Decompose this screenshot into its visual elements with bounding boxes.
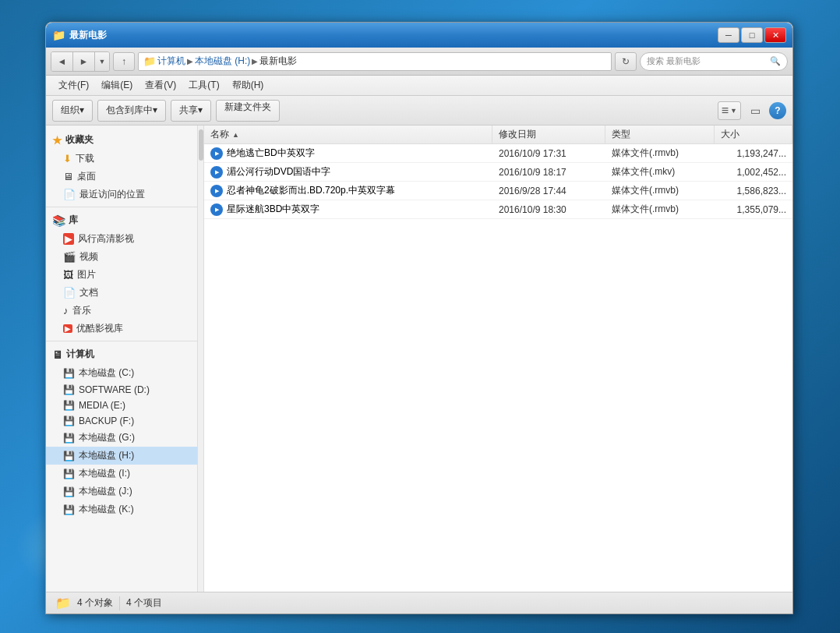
music-icon: ♪	[63, 305, 69, 316]
forward-button[interactable]: ►	[73, 52, 95, 71]
sidebar-item-desktop[interactable]: 🖥 桌面	[46, 168, 197, 186]
desktop-icon: 🖥	[63, 171, 73, 182]
breadcrumb-computer[interactable]: 计算机	[157, 55, 185, 68]
folder-icon-small: 📁	[143, 55, 156, 67]
breadcrumb-current[interactable]: 最新电影	[259, 55, 297, 68]
title-bar-buttons: ─ □ ✕	[718, 27, 786, 43]
organize-button[interactable]: 组织▾	[52, 100, 93, 122]
drive-k-icon: 💾	[63, 504, 75, 515]
drive-g-icon: 💾	[63, 433, 75, 444]
status-divider	[119, 596, 120, 610]
sidebar-library-header[interactable]: 📚 库	[46, 210, 197, 230]
file-name-0: 绝地逃亡BD中英双字	[204, 147, 492, 160]
media-icon-1	[210, 166, 223, 179]
title-bar-text: 最新电影	[69, 29, 718, 42]
download-icon: ⬇	[63, 153, 72, 164]
minimize-button[interactable]: ─	[718, 27, 739, 43]
table-row[interactable]: 忍者神龟2破影而出.BD.720p.中英双字幕 2016/9/28 17:44 …	[204, 182, 792, 200]
search-placeholder: 搜索 最新电影	[647, 55, 767, 67]
file-size-3: 1,355,079...	[715, 204, 792, 215]
maximize-button[interactable]: □	[741, 27, 763, 43]
sidebar-item-drive-g[interactable]: 💾 本地磁盘 (G:)	[46, 429, 197, 447]
file-size-1: 1,002,452...	[715, 167, 792, 178]
status-folder-icon: 📁	[55, 596, 71, 610]
sidebar-scrollbar-thumb[interactable]	[199, 129, 203, 161]
address-bar: ◄ ► ▼ ↑ 📁 计算机 ▶ 本地磁盘 (H:) ▶ 最新电影 ↻ 搜索 最新…	[46, 48, 792, 76]
menu-view[interactable]: 查看(V)	[139, 77, 182, 94]
explorer-window: 📁 最新电影 ─ □ ✕ ◄ ► ▼ ↑ 📁 计算机 ▶ 本地磁盘 (H:) ▶…	[45, 22, 793, 614]
sidebar-favorites-header[interactable]: ★ 收藏夹	[46, 130, 197, 150]
back-button[interactable]: ◄	[51, 52, 73, 71]
sidebar-scrollbar[interactable]	[198, 126, 204, 592]
file-name-3: 星际迷航3BD中英双字	[204, 203, 492, 216]
help-button[interactable]: ?	[769, 102, 786, 119]
recent-icon: 📄	[63, 189, 76, 200]
col-header-type[interactable]: 类型	[605, 126, 715, 143]
recent-button[interactable]: ▼	[95, 52, 109, 71]
sidebar-item-video[interactable]: 🎬 视频	[46, 248, 197, 266]
star-icon: ★	[52, 134, 62, 147]
file-type-3: 媒体文件(.rmvb)	[605, 203, 715, 216]
documents-icon: 📄	[63, 287, 76, 299]
library-folder-icon: 📚	[52, 214, 65, 227]
breadcrumb-drive[interactable]: 本地磁盘 (H:)	[195, 55, 250, 68]
file-date-2: 2016/9/28 17:44	[492, 186, 605, 196]
media-icon-2	[210, 185, 223, 197]
toolbar: 组织▾ 包含到库中▾ 共享▾ 新建文件夹 ≡ ▼ ▭ ?	[46, 96, 792, 126]
sidebar-item-drive-j[interactable]: 💾 本地磁盘 (J:)	[46, 483, 197, 500]
menu-edit[interactable]: 编辑(E)	[95, 77, 139, 94]
up-button[interactable]: ↑	[113, 52, 135, 71]
file-list: 绝地逃亡BD中英双字 2016/10/9 17:31 媒体文件(.rmvb) 1…	[204, 144, 792, 592]
menu-file[interactable]: 文件(F)	[52, 77, 95, 94]
menu-tools[interactable]: 工具(T)	[182, 77, 225, 94]
table-row[interactable]: 绝地逃亡BD中英双字 2016/10/9 17:31 媒体文件(.rmvb) 1…	[204, 144, 792, 163]
file-size-0: 1,193,247...	[715, 148, 792, 159]
file-size-2: 1,586,823...	[715, 186, 792, 196]
drive-h-icon: 💾	[63, 451, 75, 461]
sidebar-item-recent[interactable]: 📄 最近访问的位置	[46, 186, 197, 203]
sidebar-item-drive-k[interactable]: 💾 本地磁盘 (K:)	[46, 500, 197, 518]
sidebar-item-drive-f[interactable]: 💾 BACKUP (F:)	[46, 413, 197, 429]
sidebar-item-drive-h[interactable]: 💾 本地磁盘 (H:)	[46, 447, 197, 465]
status-bar: 📁 4 个对象 4 个项目	[46, 592, 792, 614]
sidebar-item-drive-e[interactable]: 💾 MEDIA (E:)	[46, 398, 197, 413]
col-header-name[interactable]: 名称 ▲	[204, 126, 492, 143]
sidebar-item-drive-d[interactable]: 💾 SOFTWARE (D:)	[46, 382, 197, 398]
sidebar-item-music[interactable]: ♪ 音乐	[46, 302, 197, 320]
preview-pane-button[interactable]: ▭	[744, 101, 766, 120]
pictures-icon: 🖼	[63, 269, 73, 281]
view-icon: ≡	[722, 104, 729, 118]
view-arrow: ▼	[730, 107, 737, 115]
col-header-size[interactable]: 大小	[715, 126, 792, 143]
sidebar-item-download[interactable]: ⬇ 下载	[46, 150, 197, 168]
video-icon: 🎬	[63, 251, 76, 263]
sidebar-item-drive-i[interactable]: 💾 本地磁盘 (I:)	[46, 465, 197, 483]
table-row[interactable]: 湄公河行动DVD国语中字 2016/10/9 18:17 媒体文件(.mkv) …	[204, 163, 792, 182]
sidebar-item-pictures[interactable]: 🖼 图片	[46, 266, 197, 284]
file-list-area: 名称 ▲ 修改日期 类型 大小 绝地逃亡BD中英双字	[204, 126, 792, 592]
sidebar-item-documents[interactable]: 📄 文档	[46, 284, 197, 302]
include-in-library-button[interactable]: 包含到库中▾	[97, 100, 166, 122]
breadcrumb-bar: 📁 计算机 ▶ 本地磁盘 (H:) ▶ 最新电影	[138, 52, 612, 71]
share-button[interactable]: 共享▾	[171, 100, 211, 122]
sidebar-computer-header[interactable]: 🖥 计算机	[46, 345, 197, 364]
media-icon-3	[210, 203, 223, 216]
column-headers: 名称 ▲ 修改日期 类型 大小	[204, 126, 792, 144]
col-header-date[interactable]: 修改日期	[492, 126, 605, 143]
view-options-button[interactable]: ≡ ▼	[718, 101, 741, 120]
menu-help[interactable]: 帮助(H)	[226, 77, 270, 94]
fengxing-icon: ▶	[63, 233, 74, 245]
sidebar-item-youku[interactable]: ▶ 优酷影视库	[46, 320, 197, 338]
sidebar: ★ 收藏夹 ⬇ 下载 🖥 桌面 📄 最近访问的位置	[46, 126, 198, 592]
sidebar-item-drive-c[interactable]: 💾 本地磁盘 (C:)	[46, 364, 197, 382]
nav-buttons: ◄ ► ▼	[51, 51, 110, 72]
sidebar-item-fengxing[interactable]: ▶ 风行高清影视	[46, 230, 197, 248]
file-type-1: 媒体文件(.mkv)	[605, 165, 715, 179]
youku-icon: ▶	[63, 324, 72, 333]
drive-i-icon: 💾	[63, 469, 75, 479]
close-button[interactable]: ✕	[764, 27, 786, 43]
refresh-button[interactable]: ↻	[615, 52, 637, 71]
new-folder-button[interactable]: 新建文件夹	[216, 100, 280, 122]
table-row[interactable]: 星际迷航3BD中英双字 2016/10/9 18:30 媒体文件(.rmvb) …	[204, 200, 792, 219]
search-bar[interactable]: 搜索 最新电影 🔍	[640, 52, 788, 71]
